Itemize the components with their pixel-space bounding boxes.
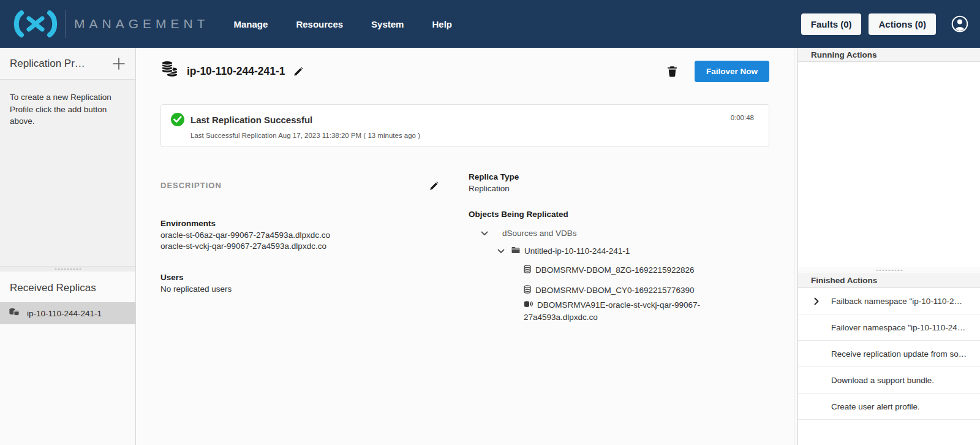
delete-replica-button[interactable] — [667, 66, 677, 77]
drag-handle-icon — [55, 267, 81, 271]
details-right-column: Replica Type Replication Objects Being R… — [469, 172, 769, 322]
tree-leaf-label: DBOMSRMVA91E-oracle-st-vckj-qar-99067-27… — [524, 300, 700, 322]
tree-leaf-vdb[interactable]: DBOMSRMV-DBOM_8ZG-1692215922826 — [524, 265, 707, 277]
description-label: DESCRIPTION — [160, 181, 222, 190]
failover-now-button[interactable]: Failover Now — [695, 61, 769, 82]
replication-sidebar: Replication Pr… To create a new Replicat… — [0, 48, 136, 445]
replication-profiles-title: Replication Pr… — [10, 58, 85, 70]
replica-type-value: Replication — [469, 183, 769, 194]
finished-action-label: Download a support bundle. — [831, 376, 934, 385]
users-value: No replicated users — [160, 284, 469, 295]
tree-leaf-dsource[interactable]: DBOMSRMVA91E-oracle-st-vckj-qar-99067-27… — [524, 300, 707, 322]
actions-resize-handle[interactable] — [798, 267, 980, 273]
page-title: ip-10-110-244-241-1 — [187, 65, 285, 78]
finished-action-item[interactable]: Receive replication update from so… — [798, 341, 980, 367]
received-replicas-title: Received Replicas — [0, 272, 135, 302]
tree-folder-label: Untitled-ip-10-110-244-241-1 — [524, 246, 630, 256]
chevron-right-icon[interactable] — [814, 297, 819, 305]
header-actions-group: Failover Now — [667, 61, 769, 82]
finished-action-item[interactable]: Failover namespace "ip-10-110-24… — [798, 314, 980, 341]
faults-button[interactable]: Faults (0) — [801, 13, 862, 35]
profiles-hint-text: To create a new Replication Profile clic… — [0, 80, 135, 139]
edit-title-button[interactable] — [293, 66, 304, 77]
success-check-icon — [171, 113, 184, 126]
status-detail: Last Successful Replication Aug 17, 2023… — [190, 132, 754, 139]
description-row: DESCRIPTION — [160, 181, 469, 191]
edit-description-button[interactable] — [429, 181, 439, 191]
tree-leaf-vdb[interactable]: DBOMSRMV-DBOM_CY0-1692215776390 — [524, 285, 707, 297]
replica-item-label: ip-10-110-244-241-1 — [27, 309, 102, 318]
status-title: Last Replication Successful — [190, 115, 312, 125]
environments-label: Environments — [160, 219, 469, 228]
environment-value: oracle-st-vckj-qar-99067-27a4593a.dlpxdc… — [160, 241, 469, 252]
finished-action-item[interactable]: Create user alert profile. — [798, 394, 980, 420]
replica-detail-main: ip-10-110-244-241-1 Failover Now — [136, 48, 794, 445]
status-card-row: Last Replication Successful 0:00:48 — [171, 113, 754, 126]
nav-system[interactable]: System — [371, 19, 404, 29]
running-actions-header: Running Actions — [798, 48, 980, 62]
replica-icon — [9, 308, 20, 319]
tree-group-label: dSources and VDBs — [502, 229, 577, 238]
nav-help[interactable]: Help — [432, 19, 452, 29]
delphix-logo-icon[interactable] — [7, 10, 64, 38]
chevron-down-icon[interactable] — [481, 229, 488, 238]
finished-action-item[interactable]: Download a support bundle. — [798, 367, 980, 394]
replica-details: DESCRIPTION Environments oracle-st-06az-… — [160, 172, 769, 322]
users-field: Users No replicated users — [160, 273, 469, 295]
status-duration: 0:00:48 — [731, 114, 754, 121]
tree-node-dsources-vdbs[interactable]: dSources and VDBs — [469, 229, 769, 238]
actions-sidebar-inner: Running Actions Finished Actions Failbac… — [797, 48, 980, 445]
user-avatar-icon[interactable] — [951, 15, 969, 33]
namespace-icon — [160, 61, 179, 82]
sidebar-spacer — [0, 139, 135, 266]
tree-leaf-label: DBOMSRMV-DBOM_8ZG-1692215922826 — [535, 265, 695, 275]
sidebar-resize-handle[interactable] — [0, 266, 135, 272]
topbar-right-group: Faults (0) Actions (0) — [801, 13, 969, 35]
objects-being-replicated-label: Objects Being Replicated — [469, 210, 769, 219]
page-layout: Replication Pr… To create a new Replicat… — [0, 48, 980, 445]
finished-action-label: Create user alert profile. — [831, 402, 920, 411]
actions-panel-tail — [798, 420, 980, 445]
nav-manage[interactable]: Manage — [234, 19, 268, 29]
database-icon — [524, 265, 531, 277]
details-left-column: DESCRIPTION Environments oracle-st-06az-… — [160, 172, 469, 322]
finished-action-item[interactable]: Failback namespace "ip-10-110-2… — [798, 288, 980, 314]
database-icon — [524, 285, 531, 297]
finished-action-label: Receive replication update from so… — [831, 349, 967, 359]
divider — [65, 10, 66, 38]
replication-status-card: Last Replication Successful 0:00:48 Last… — [160, 104, 769, 147]
product-name: MANAGEMENT — [74, 17, 209, 31]
nav-resources[interactable]: Resources — [296, 19, 343, 29]
environment-value: oracle-st-06az-qar-99067-27a4593a.dlpxdc… — [160, 230, 469, 241]
running-actions-list — [798, 62, 980, 267]
chevron-down-icon[interactable] — [497, 246, 505, 256]
replica-header: ip-10-110-244-241-1 Failover Now — [160, 59, 769, 83]
tree-leaf-label: DBOMSRMV-DBOM_CY0-1692215776390 — [535, 286, 695, 295]
finished-action-label: Failback namespace "ip-10-110-2… — [831, 297, 962, 306]
drag-handle-icon — [876, 268, 903, 272]
dsource-icon — [524, 300, 533, 312]
received-replicas-section: Received Replicas ip-10-110-244-2 — [0, 272, 135, 445]
received-replica-item[interactable]: ip-10-110-244-241-1 — [0, 302, 135, 324]
replica-type-label: Replica Type — [469, 172, 769, 181]
actions-sidebar: Running Actions Finished Actions Failbac… — [794, 48, 980, 445]
top-navigation-bar: MANAGEMENT Manage Resources System Help … — [0, 0, 980, 48]
folder-icon — [511, 246, 520, 256]
main-menu: Manage Resources System Help — [234, 19, 452, 29]
replica-type-field: Replica Type Replication — [469, 172, 769, 194]
tree-node-untitled-folder[interactable]: Untitled-ip-10-110-244-241-1 — [469, 246, 769, 256]
finished-action-label: Failover namespace "ip-10-110-24… — [831, 323, 965, 332]
users-label: Users — [160, 273, 469, 282]
add-profile-button[interactable] — [112, 57, 126, 70]
replication-profiles-header: Replication Pr… — [0, 48, 135, 80]
environments-field: Environments oracle-st-06az-qar-99067-27… — [160, 219, 469, 252]
finished-actions-header: Finished Actions — [798, 273, 980, 288]
actions-button[interactable]: Actions (0) — [869, 13, 936, 35]
